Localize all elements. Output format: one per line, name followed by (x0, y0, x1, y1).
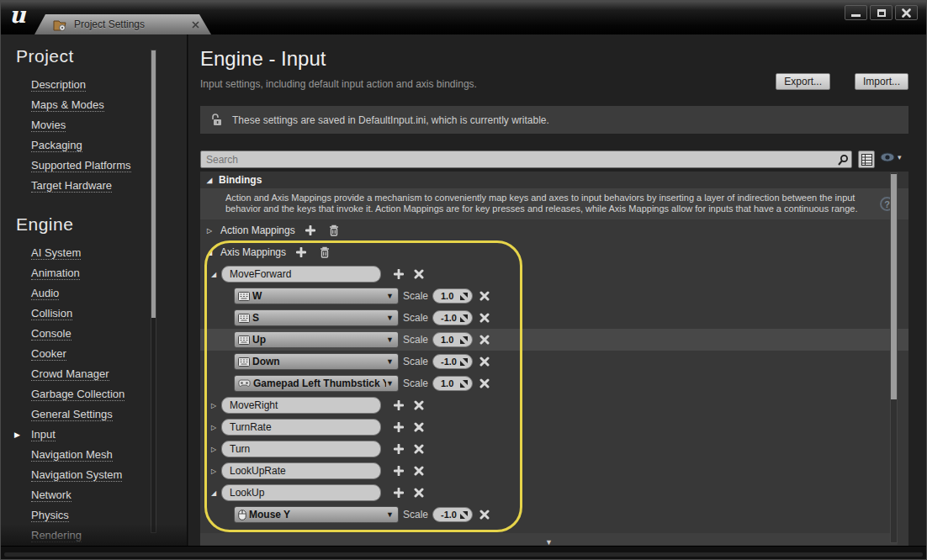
remove-icon[interactable] (414, 444, 424, 454)
sidebar-item-supported-platforms[interactable]: Supported Platforms (1, 156, 187, 176)
scale-input[interactable]: 1.0 (432, 376, 473, 391)
remove-icon[interactable] (414, 466, 424, 476)
drag-handle-icon[interactable] (460, 380, 468, 388)
scale-input[interactable]: -1.0 (432, 310, 473, 325)
sidebar-item-navigation-mesh[interactable]: Navigation Mesh (1, 445, 187, 465)
visibility-filter-button[interactable]: ▾ (880, 152, 902, 162)
sidebar-item-network[interactable]: Network (1, 485, 187, 505)
sidebar-item-cooker[interactable]: Cooker (1, 344, 187, 364)
remove-icon[interactable] (414, 422, 424, 432)
sidebar-item-packaging[interactable]: Packaging (1, 135, 187, 156)
remove-icon[interactable] (479, 335, 490, 345)
key-select[interactable]: Mouse Y ▼ (234, 506, 399, 523)
remove-icon[interactable] (479, 313, 490, 323)
sidebar-item-target-hardware[interactable]: Target Hardware (1, 176, 187, 196)
maximize-button[interactable] (870, 5, 893, 20)
axis-group-row: ◢ MoveForward (200, 263, 908, 285)
add-icon[interactable] (394, 400, 404, 410)
window-resize-bar[interactable] (4, 552, 923, 557)
drag-handle-icon[interactable] (460, 511, 468, 519)
expander-icon[interactable]: ◢ (211, 489, 216, 497)
sidebar-section-engine: Engine (1, 196, 187, 243)
add-icon[interactable] (296, 247, 306, 257)
sidebar-item-animation[interactable]: Animation (1, 263, 187, 283)
scale-input[interactable]: -1.0 (432, 354, 473, 369)
expander-icon[interactable]: ▷ (205, 227, 214, 235)
scroll-more-bar[interactable]: ▼ (200, 533, 898, 545)
trash-icon[interactable] (320, 246, 330, 258)
key-select[interactable]: Gamepad Left Thumbstick Y-Axis ▼ (234, 375, 399, 392)
mapping-name-input[interactable]: TurnRate (221, 419, 381, 436)
remove-icon[interactable] (479, 510, 490, 520)
minimize-button[interactable] (845, 5, 867, 20)
sidebar-item-maps-modes[interactable]: Maps & Modes (1, 95, 187, 115)
sidebar-item-physics[interactable]: Physics (1, 505, 187, 526)
sidebar-item-garbage-collection[interactable]: Garbage Collection (1, 384, 187, 404)
sidebar-item-crowd-manager[interactable]: Crowd Manager (1, 364, 187, 384)
expander-icon[interactable]: ▷ (211, 468, 216, 475)
scale-input[interactable]: 1.0 (432, 288, 473, 304)
mouse-icon (238, 510, 246, 520)
bindings-section-header[interactable]: ◢ Bindings (200, 172, 908, 188)
remove-icon[interactable] (414, 269, 424, 279)
key-select[interactable]: S ▼ (234, 309, 399, 326)
panel-scrollbar-thumb[interactable] (891, 174, 897, 399)
drag-handle-icon[interactable] (460, 358, 468, 366)
trash-icon[interactable] (329, 225, 339, 236)
expander-icon[interactable]: ◢ (205, 177, 214, 184)
mapping-name-input[interactable]: Turn (221, 441, 381, 457)
add-icon[interactable] (394, 444, 404, 454)
sidebar-item-collision[interactable]: Collision (1, 304, 187, 324)
sidebar-item-description[interactable]: Description (1, 75, 187, 95)
sidebar-scrollbar[interactable] (151, 50, 156, 533)
search-input[interactable] (201, 152, 831, 168)
scale-input[interactable]: -1.0 (432, 507, 473, 522)
sidebar-item-navigation-system[interactable]: Navigation System (1, 465, 187, 485)
import-button[interactable]: Import... (855, 73, 908, 90)
mapping-name-input[interactable]: LookUpRate (221, 462, 381, 479)
sidebar-item-ai-system[interactable]: AI System (1, 243, 187, 263)
remove-icon[interactable] (414, 488, 424, 498)
sidebar-item-audio[interactable]: Audio (1, 283, 187, 304)
sidebar-item-general-settings[interactable]: General Settings (1, 404, 187, 425)
close-button[interactable] (895, 5, 918, 20)
sidebar-item-rendering[interactable]: Rendering (1, 526, 187, 546)
add-icon[interactable] (394, 488, 404, 498)
list-view-button[interactable] (858, 151, 875, 168)
mapping-name-input[interactable]: LookUp (221, 484, 381, 501)
tab-project-settings[interactable]: Project Settings (34, 14, 211, 34)
remove-icon[interactable] (414, 400, 424, 410)
sidebar-scrollbar-thumb[interactable] (151, 50, 156, 318)
expander-icon[interactable]: ◢ (205, 249, 214, 256)
remove-icon[interactable] (479, 357, 490, 367)
key-select[interactable]: Up ▼ (234, 331, 399, 348)
remove-icon[interactable] (479, 378, 490, 388)
tab-close-icon[interactable] (192, 21, 199, 29)
expander-icon[interactable]: ▷ (211, 446, 216, 453)
remove-icon[interactable] (479, 291, 490, 301)
add-icon[interactable] (305, 225, 315, 235)
key-select[interactable]: Down ▼ (234, 353, 399, 370)
key-select[interactable]: W ▼ (234, 288, 399, 304)
expander-icon[interactable]: ◢ (211, 271, 216, 278)
sidebar-item-movies[interactable]: Movies (1, 115, 187, 135)
keyboard-icon (238, 314, 250, 323)
export-button[interactable]: Export... (776, 73, 830, 90)
drag-handle-icon[interactable] (460, 314, 468, 322)
axis-group-row: ▷ TurnRate (200, 416, 908, 438)
add-icon[interactable] (394, 269, 404, 279)
mapping-name-input[interactable]: MoveForward (221, 266, 381, 283)
expander-icon[interactable]: ▷ (211, 402, 216, 409)
action-mappings-row[interactable]: ▷ Action Mappings (200, 219, 908, 241)
scale-input[interactable]: 1.0 (432, 332, 473, 347)
sidebar-item-console[interactable]: Console (1, 324, 187, 344)
axis-mappings-row[interactable]: ◢ Axis Mappings (200, 241, 908, 263)
add-icon[interactable] (394, 422, 404, 432)
drag-handle-icon[interactable] (460, 336, 468, 344)
expander-icon[interactable]: ▷ (211, 424, 216, 431)
add-icon[interactable] (394, 466, 404, 476)
panel-scrollbar[interactable] (890, 172, 898, 543)
drag-handle-icon[interactable] (460, 293, 468, 300)
sidebar-item-input[interactable]: ▶ Input (1, 425, 187, 445)
mapping-name-input[interactable]: MoveRight (221, 397, 381, 414)
